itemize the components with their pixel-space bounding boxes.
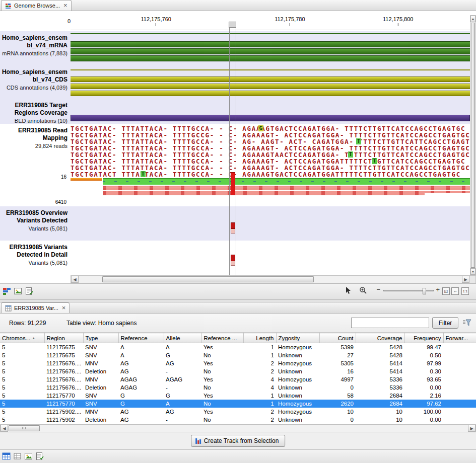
cds-annotation-bar[interactable] — [71, 91, 470, 96]
scrollbar-thumb[interactable] — [471, 23, 475, 268]
read-sequence-line: TGCTGATAC- TTTATTACA- TTTTGCCA- - C- AGA… — [71, 165, 470, 171]
track-label-read-mapping[interactable]: ERR319085 Read Mapping 29,824 reads 16 6… — [0, 124, 71, 206]
table-row[interactable]: 5112175675SNVAGNo1Unknown2754280.50 — [0, 351, 476, 359]
column-header-reference[interactable]: Reference ... — [201, 333, 243, 343]
table-cell: A — [118, 351, 164, 359]
report-icon[interactable] — [25, 287, 34, 296]
track-name: Variants Detected — [1, 217, 67, 224]
column-header-allele[interactable]: Allele — [164, 333, 201, 343]
close-icon[interactable]: × — [62, 305, 66, 311]
genome-horizontal-scrollbar[interactable]: ◀ ▶ — [71, 275, 476, 283]
scrollbar-thumb[interactable] — [9, 425, 40, 431]
column-header-forwar[interactable]: Forwar... — [443, 333, 476, 343]
table-row[interactable]: 5112175676....MNVAGAGAGAGYes4Homozygous4… — [0, 375, 476, 383]
table-cell: 2.16 — [404, 392, 443, 400]
zoom-slider-thumb[interactable] — [423, 288, 426, 294]
table-cell — [443, 400, 476, 408]
mrna-annotation-bar[interactable] — [71, 41, 470, 47]
scroll-down-icon[interactable]: ▼ — [470, 268, 475, 275]
column-header-length[interactable]: Length — [243, 333, 276, 343]
table-cell: SNV — [83, 400, 118, 408]
column-header-chromos[interactable]: Chromos...▲ — [0, 333, 44, 343]
create-track-button[interactable]: Create Track from Selection — [191, 435, 286, 447]
tab-variant-table[interactable]: ERR319085 Var... × — [1, 302, 70, 313]
track-label-target-regions[interactable]: ERR319085 Target Regions Coverage BED an… — [0, 99, 71, 124]
table-row[interactable]: 5112175902DeletionAG-No2Unknown0100.00 — [0, 416, 476, 424]
table-row[interactable]: 5112175675SNVAAYes1Homozygous5399542899.… — [0, 343, 476, 351]
column-header-count[interactable]: Count — [319, 333, 356, 343]
zoom-out-icon[interactable]: − — [376, 286, 380, 293]
graphics-export-icon[interactable] — [24, 452, 33, 461]
scrollbar-corner — [469, 276, 475, 283]
graphics-export-icon[interactable] — [14, 287, 23, 296]
table-cell: Yes — [201, 343, 243, 351]
cds-annotation-bar[interactable] — [71, 84, 470, 89]
mrna-annotation-bar[interactable] — [71, 55, 470, 61]
variant-table-window: ERR319085 Var... × Rows: 91,229 Table vi… — [0, 302, 476, 463]
track-content-read-mapping[interactable]: TGCTGATAC- TTTATTACA- TTTTGCCA- - C- AGA… — [71, 124, 470, 206]
pointer-tool-icon[interactable] — [344, 286, 353, 295]
table-cell: 5 — [0, 416, 44, 424]
zoom-to-selection-icon[interactable]: ◱ — [442, 287, 450, 295]
column-header-zygosity[interactable]: Zygosity — [276, 333, 319, 343]
table-cell: 0 — [319, 416, 356, 424]
scroll-up-icon[interactable]: ▲ — [470, 16, 475, 22]
position-ruler: 112,175,760112,175,780112,175,800 — [71, 11, 470, 30]
track-label-detail-variants[interactable]: ERR319085 Variants Detected in Detail Va… — [0, 241, 71, 273]
filter-funnel-icon[interactable] — [462, 318, 471, 327]
track-label-cds[interactable]: Homo_sapiens_ensem bl_v74_CDS CDS annota… — [0, 65, 71, 99]
scroll-left-icon[interactable]: ◀ — [71, 276, 79, 283]
table-cell: 112175770 — [44, 400, 83, 408]
zoom-slider[interactable] — [383, 290, 434, 291]
zoom-100-icon[interactable]: 1:1 — [461, 287, 469, 295]
column-header-region[interactable]: Region — [44, 333, 83, 343]
table-row[interactable]: 5112175676....DeletionAGAG-No4Unknown053… — [0, 383, 476, 392]
track-content-overview-variants[interactable] — [71, 206, 470, 241]
column-header-type[interactable]: Type — [83, 333, 118, 343]
bed-annotation-bar[interactable] — [71, 115, 470, 121]
column-header-coverage[interactable]: Coverage — [356, 333, 404, 343]
report-icon[interactable] — [35, 452, 44, 461]
scroll-left-icon[interactable]: ◀ — [1, 425, 8, 432]
cds-annotation-bar[interactable] — [71, 69, 470, 70]
column-header-frequency[interactable]: Frequency — [404, 333, 443, 343]
table-row[interactable]: 5112175902....MNVAGAGYes2Homozygous10101… — [0, 408, 476, 416]
track-label-overview-variants[interactable]: ERR319085 Overview Variants Detected Var… — [0, 206, 71, 241]
scroll-right-icon[interactable]: ▶ — [462, 276, 469, 283]
coverage-graph[interactable] — [103, 178, 470, 185]
genome-statusbar: − + ◱ ↔ 1:1 — [0, 283, 476, 299]
table-row[interactable]: 5112175770SNVGANo1Homozygous2620268497.6… — [0, 400, 476, 408]
tab-genome-browser[interactable]: Genome Browse... × — [1, 0, 72, 11]
filter-button[interactable]: Filter — [432, 317, 458, 329]
track-content-target-regions[interactable] — [71, 99, 470, 124]
track-view-icon[interactable] — [3, 287, 12, 296]
track-content-cds[interactable] — [71, 65, 470, 99]
table-cell: 0.00 — [404, 383, 443, 392]
variant-marker[interactable] — [231, 255, 235, 266]
zoom-in-icon[interactable]: + — [436, 286, 440, 293]
table-cell: AG — [118, 367, 164, 375]
fit-width-icon[interactable]: ↔ — [451, 287, 459, 295]
scrollbar-thumb[interactable] — [102, 276, 314, 282]
table-row[interactable]: 5112175676....DeletionAG-No2Unknown16541… — [0, 367, 476, 375]
table-view-icon[interactable] — [2, 452, 11, 461]
track-content-mrna[interactable] — [71, 31, 470, 65]
table-horizontal-scrollbar[interactable]: ◀ ▶ — [0, 424, 476, 432]
mrna-annotation-bar[interactable] — [71, 48, 470, 54]
track-label-mrna[interactable]: Homo_sapiens_ensem bl_v74_mRNA mRNA anno… — [0, 31, 71, 65]
cds-annotation-bar[interactable] — [71, 76, 470, 82]
column-header-reference[interactable]: Reference — [118, 333, 164, 343]
variant-marker[interactable] — [231, 222, 235, 234]
filter-input[interactable] — [351, 318, 429, 328]
scroll-right-icon[interactable]: ▶ — [468, 425, 475, 432]
table-row[interactable]: 5112175676....MNVAGAGYes2Homozygous53055… — [0, 359, 476, 367]
table-button-bar: Create Track from Selection — [0, 432, 476, 449]
grid-view-icon[interactable] — [13, 452, 22, 461]
genome-vertical-scrollbar[interactable]: ▲ ▼ — [470, 15, 476, 275]
mrna-annotation-bar[interactable] — [71, 33, 470, 34]
zoom-tool-icon[interactable] — [359, 286, 368, 295]
table-cell: Unknown — [276, 383, 319, 392]
table-row[interactable]: 5112175770SNVGGYes1Unknown5826842.16 — [0, 392, 476, 400]
close-icon[interactable]: × — [63, 3, 67, 8]
track-content-detail-variants[interactable] — [71, 241, 470, 273]
